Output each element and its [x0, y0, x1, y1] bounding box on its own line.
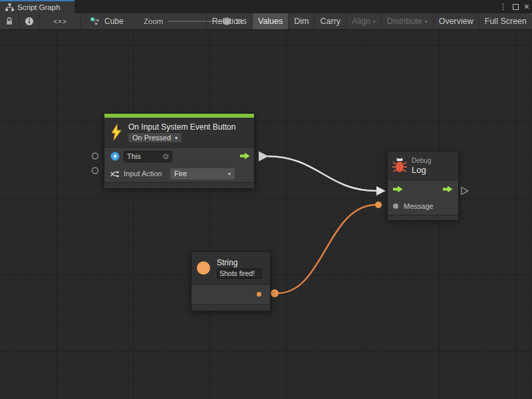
- tab-script-graph[interactable]: Script Graph: [0, 0, 74, 13]
- toolbar-button-group: Relations Values Dim Carry Align ▾ Distr…: [206, 13, 532, 29]
- breadcrumb-root-button[interactable]: <×>: [40, 13, 81, 29]
- string-type-icon: [197, 261, 210, 275]
- distribute-dropdown-button[interactable]: Distribute ▾: [381, 13, 433, 29]
- tab-bar: Script Graph ⋮ ×: [0, 0, 532, 13]
- zoom-label: Zoom: [144, 17, 163, 25]
- string-inner-output-port[interactable]: [257, 292, 261, 297]
- values-button[interactable]: Values: [252, 13, 288, 29]
- debug-flow-out-port[interactable]: [462, 188, 468, 195]
- debug-node-title: Log: [412, 165, 431, 175]
- carry-button[interactable]: Carry: [314, 13, 346, 29]
- relations-button[interactable]: Relations: [206, 13, 252, 29]
- chevron-down-icon: ▾: [425, 19, 428, 25]
- control-wire[interactable]: [267, 156, 376, 191]
- fullscreen-button[interactable]: Full Screen: [479, 13, 532, 29]
- info-icon: [25, 17, 34, 26]
- info-button[interactable]: [19, 13, 40, 29]
- graph-context-label: Cube: [104, 17, 124, 26]
- graph-context[interactable]: Cube: [81, 13, 133, 29]
- node-on-input-system-event-button[interactable]: On Input System Event Button On Pressed …: [104, 113, 255, 188]
- control-wire-arrowhead: [376, 186, 386, 196]
- chevron-down-icon: ▾: [228, 171, 231, 177]
- lock-button[interactable]: [0, 13, 19, 29]
- event-node-footer: [104, 182, 254, 188]
- event-output-port-arrow[interactable]: [259, 152, 269, 162]
- debug-node-body: Message: [388, 180, 458, 215]
- node-debug-log[interactable]: Debug Log: [387, 151, 459, 220]
- object-picker-icon[interactable]: ⊙: [163, 152, 169, 161]
- string-output-port[interactable]: [271, 289, 279, 297]
- kebab-menu-icon[interactable]: ⋮: [499, 0, 507, 13]
- debug-flow-in-port[interactable]: [393, 186, 403, 193]
- self-object-icon: [110, 152, 120, 161]
- event-action-port[interactable]: [92, 168, 98, 174]
- this-object-field[interactable]: This ⊙: [124, 151, 172, 162]
- breadcrumb-glyph: <×>: [53, 18, 67, 25]
- event-node-body: This ⊙: [104, 148, 254, 182]
- tab-title: Script Graph: [17, 3, 61, 11]
- message-input-port[interactable]: [393, 203, 398, 209]
- align-dropdown-button[interactable]: Align ▾: [346, 13, 381, 29]
- close-icon[interactable]: ×: [524, 0, 529, 13]
- event-mode-dropdown[interactable]: On Pressed ▾: [128, 133, 182, 142]
- toolbar-left-group: <×> Cube: [0, 13, 133, 29]
- window-controls: ⋮ ×: [499, 0, 529, 13]
- graph-toolbar: <×> Cube Zoom 1x Relations: [0, 13, 532, 30]
- lock-icon: [5, 17, 14, 26]
- chevron-down-icon: ▾: [373, 19, 376, 25]
- event-this-port[interactable]: [92, 153, 98, 159]
- unity-visual-scripting-window: Script Graph ⋮ ×: [0, 0, 532, 399]
- input-action-dropdown[interactable]: Fire ▾: [170, 168, 235, 180]
- graph-hierarchy-icon: [5, 3, 14, 11]
- node-string-literal[interactable]: String: [191, 251, 271, 311]
- maximize-icon[interactable]: [513, 4, 519, 10]
- lightning-bolt-icon: [110, 124, 123, 141]
- chevron-down-icon: ▾: [175, 135, 178, 141]
- debug-message-row: Message: [388, 198, 458, 215]
- graph-canvas[interactable]: On Input System Event Button On Pressed …: [0, 30, 532, 399]
- overview-button[interactable]: Overview: [433, 13, 479, 29]
- string-node-footer: [192, 305, 270, 311]
- value-wire[interactable]: [277, 205, 376, 293]
- event-node-title: On Input System Event Button: [128, 122, 235, 132]
- bug-icon: [392, 156, 408, 175]
- dim-button[interactable]: Dim: [288, 13, 314, 29]
- debug-node-category: Debug: [412, 157, 431, 165]
- input-action-label: Input Action: [124, 170, 162, 178]
- debug-flow-out-arrow[interactable]: [443, 186, 453, 193]
- event-this-row: This ⊙: [104, 148, 254, 165]
- string-node-body: [192, 285, 270, 305]
- event-input-action-row: Input Action Fire ▾: [104, 165, 254, 182]
- script-graph-asset-icon: [90, 17, 100, 26]
- message-label: Message: [404, 202, 434, 210]
- string-value-input[interactable]: [217, 269, 262, 279]
- event-trigger-out-port[interactable]: [240, 152, 250, 160]
- debug-flow-row: [388, 180, 458, 198]
- value-wire-endpoint: [375, 201, 382, 208]
- input-action-icon: [110, 170, 120, 178]
- string-node-header[interactable]: String: [192, 252, 270, 285]
- debug-node-footer: [388, 215, 458, 220]
- event-node-header[interactable]: On Input System Event Button On Pressed …: [104, 118, 254, 148]
- string-node-title: String: [217, 258, 262, 267]
- debug-node-header[interactable]: Debug Log: [388, 152, 458, 180]
